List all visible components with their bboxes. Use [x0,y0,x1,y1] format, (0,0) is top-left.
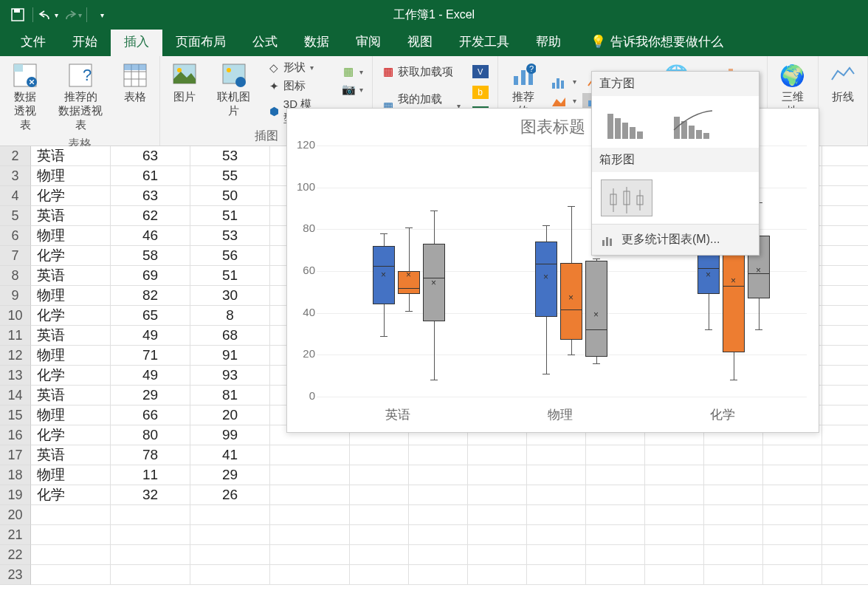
cell[interactable] [350,465,409,485]
cell[interactable] [190,545,270,565]
cell[interactable] [763,505,822,525]
icons-button[interactable]: ✦图标 [263,78,334,95]
cell[interactable] [704,445,763,465]
pivot-table-button[interactable]: 数据 透视表 [4,59,46,135]
cell[interactable] [111,505,190,525]
cell[interactable] [704,565,763,585]
cell[interactable] [822,405,868,425]
row-header[interactable]: 17 [0,445,31,465]
cell[interactable] [763,485,822,505]
cell[interactable] [409,525,468,545]
cell[interactable]: 53 [190,146,270,166]
cell[interactable] [586,525,645,545]
cell[interactable]: 英语 [31,146,111,166]
cell[interactable] [190,565,270,585]
row-header[interactable]: 2 [0,146,31,166]
row-header[interactable]: 6 [0,226,31,246]
cell[interactable] [822,565,868,585]
cell[interactable]: 51 [190,266,270,286]
cell[interactable]: 58 [111,246,190,266]
cell[interactable] [527,505,586,525]
cell[interactable]: 英语 [31,206,111,226]
row-header[interactable]: 4 [0,186,31,206]
cell[interactable] [763,445,822,465]
cell[interactable]: 英语 [31,326,111,346]
cell[interactable] [763,525,822,545]
cell[interactable]: 55 [190,166,270,186]
cell[interactable]: 71 [111,346,190,366]
cell[interactable] [822,306,868,326]
cell[interactable] [350,505,409,525]
cell[interactable] [350,565,409,585]
cell[interactable]: 化学 [31,366,111,386]
cell[interactable]: 化学 [31,246,111,266]
cell[interactable]: 英语 [31,386,111,405]
cell[interactable] [586,445,645,465]
cell[interactable] [586,485,645,505]
cell[interactable] [111,545,190,565]
cell[interactable]: 63 [111,186,190,206]
tab-developer[interactable]: 开发工具 [446,27,523,56]
cell[interactable] [409,465,468,485]
cell[interactable] [527,485,586,505]
cell[interactable] [763,565,822,585]
cell[interactable] [704,545,763,565]
cell[interactable] [822,346,868,366]
row-header[interactable]: 9 [0,286,31,306]
cell[interactable]: 80 [111,425,190,445]
cell[interactable] [645,565,704,585]
cell[interactable]: 物理 [31,226,111,246]
cell[interactable] [822,505,868,525]
cell[interactable]: 46 [111,226,190,246]
cell[interactable] [645,505,704,525]
cell[interactable]: 物理 [31,465,111,485]
cell[interactable] [822,386,868,405]
cell[interactable] [409,485,468,505]
cell[interactable] [586,465,645,485]
cell[interactable] [270,525,350,545]
cell[interactable] [270,485,350,505]
cell[interactable]: 93 [190,366,270,386]
cell[interactable]: 99 [190,425,270,445]
cell[interactable] [527,545,586,565]
cell[interactable] [704,505,763,525]
row-header[interactable]: 16 [0,425,31,445]
cell[interactable]: 物理 [31,286,111,306]
cell[interactable]: 66 [111,405,190,425]
cell[interactable]: 49 [111,366,190,386]
screenshot-button[interactable]: 📷▾ [337,81,368,97]
cell[interactable] [586,565,645,585]
cell[interactable]: 51 [190,206,270,226]
row-header[interactable]: 21 [0,525,31,545]
cell[interactable]: 61 [111,166,190,186]
cell[interactable] [468,565,527,585]
cell[interactable] [527,525,586,545]
cell[interactable]: 81 [190,386,270,405]
cell[interactable]: 62 [111,206,190,226]
cell[interactable]: 英语 [31,266,111,286]
cell[interactable] [270,465,350,485]
cell[interactable] [190,505,270,525]
cell[interactable] [704,525,763,545]
row-header[interactable]: 8 [0,266,31,286]
cell[interactable] [822,286,868,306]
cell[interactable]: 30 [190,286,270,306]
cell[interactable] [350,525,409,545]
cell[interactable] [822,226,868,246]
cell[interactable]: 56 [190,246,270,266]
get-addins-button[interactable]: ▦获取加载项 [377,64,465,81]
tab-file[interactable]: 文件 [7,27,59,56]
cell[interactable]: 8 [190,306,270,326]
pareto-option[interactable] [667,103,719,140]
row-header[interactable]: 13 [0,366,31,386]
cell[interactable] [350,485,409,505]
boxplot-option[interactable] [601,179,652,216]
cell[interactable] [645,465,704,485]
cell[interactable]: 英语 [31,445,111,465]
cell[interactable] [31,565,111,585]
visio-addin-button[interactable]: V [468,64,493,80]
cell[interactable]: 49 [111,326,190,346]
cell[interactable] [822,445,868,465]
undo-button[interactable]: ▾ [38,4,58,25]
cell[interactable]: 65 [111,306,190,326]
